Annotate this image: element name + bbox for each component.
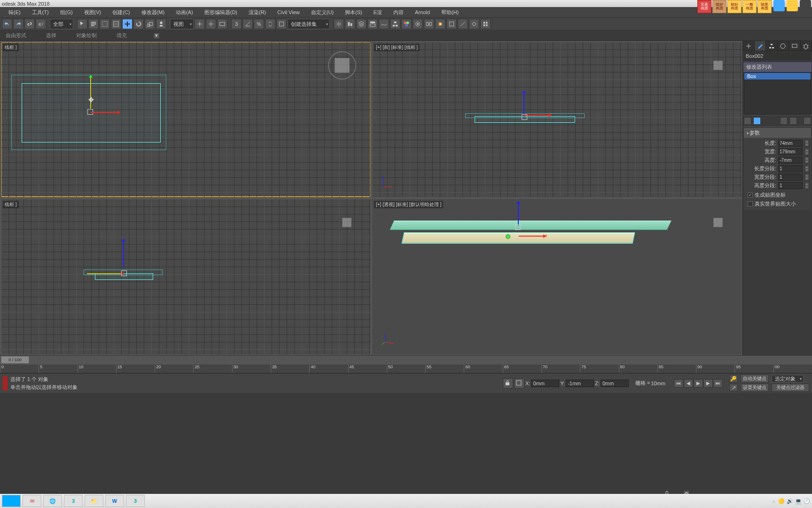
ribbon-collapse-icon[interactable]: ▾ xyxy=(153,32,160,39)
keyfilter-button[interactable]: 关键点过滤器 xyxy=(772,383,809,392)
unlink-button[interactable] xyxy=(36,19,46,29)
move-button[interactable] xyxy=(122,19,133,29)
tray-icon[interactable] xyxy=(787,0,798,11)
taskbar-mail-icon[interactable]: ✉ xyxy=(23,495,41,507)
spinner-icon[interactable]: ▲▼ xyxy=(804,182,809,189)
tray-icon[interactable]: 🟡 xyxy=(778,498,785,504)
quality-badge[interactable]: 较好画质 xyxy=(727,0,742,13)
named-selection-dropdown[interactable]: 创建选择集 xyxy=(288,19,330,29)
quality-badge[interactable]: 一般画质 xyxy=(742,0,757,13)
ribbon-paint[interactable]: 对象绘制 xyxy=(73,31,100,40)
y-field[interactable]: -1mm xyxy=(566,380,594,387)
material-editor-button[interactable] xyxy=(401,19,412,29)
ribbon-select[interactable]: 选择 xyxy=(43,31,59,40)
viewport-top[interactable]: 线框 ] ✥ xyxy=(1,42,370,197)
ribbon-freeform[interactable]: 自由形式 xyxy=(3,31,29,40)
autokey-button[interactable]: 自动关键点 xyxy=(741,374,769,383)
menu-content[interactable]: 内容 xyxy=(388,8,409,17)
lock-selection-icon[interactable] xyxy=(503,378,513,389)
rollout-header[interactable]: 参数 xyxy=(744,128,811,138)
menu-help[interactable]: 帮助(H) xyxy=(436,8,464,17)
viewcube[interactable] xyxy=(709,213,727,232)
tray-icon[interactable]: ▲ xyxy=(771,498,776,504)
keymode-dropdown[interactable]: 选定对象 xyxy=(772,375,804,382)
script-listener-icon[interactable] xyxy=(3,376,8,390)
menu-modifiers[interactable]: 修改器(M) xyxy=(136,8,171,17)
menu-erender[interactable]: E渲 xyxy=(368,8,388,17)
realworld-size-checkbox[interactable]: 真实世界贴图大小 xyxy=(745,199,810,208)
menu-render[interactable]: 渲染(R) xyxy=(243,8,272,17)
ribbon-button[interactable] xyxy=(367,19,378,29)
extra-button-4[interactable] xyxy=(480,19,491,29)
show-end-result-icon[interactable] xyxy=(753,117,761,125)
tray-icon[interactable]: 💻 xyxy=(795,498,802,504)
tray-icon[interactable]: 🕐 xyxy=(804,498,810,504)
extra-button-3[interactable] xyxy=(469,19,479,29)
extra-button-1[interactable] xyxy=(446,19,457,29)
remove-modifier-icon[interactable] xyxy=(789,117,797,125)
undo-button[interactable] xyxy=(2,19,12,29)
select-by-name-button[interactable] xyxy=(88,19,99,29)
utilities-tab[interactable] xyxy=(801,41,812,51)
quality-badge[interactable]: 很好画质 xyxy=(712,0,726,13)
curve-editor-button[interactable] xyxy=(379,19,389,29)
timeline-ruler[interactable]: 0510152025303540455055606570758085909500 xyxy=(0,365,812,373)
menu-civilview[interactable]: Civil View xyxy=(272,8,305,16)
redo-button[interactable] xyxy=(13,19,23,29)
rotate-button[interactable] xyxy=(133,19,144,29)
viewport-label[interactable]: 线框 ] xyxy=(3,201,19,208)
x-field[interactable]: 0mm xyxy=(531,380,559,387)
stack-item[interactable]: Box xyxy=(744,73,811,79)
abs-rel-icon[interactable] xyxy=(514,378,524,389)
display-tab[interactable] xyxy=(789,41,801,51)
height-field[interactable]: -7mm xyxy=(778,157,803,164)
viewport-label[interactable]: 线框 ] xyxy=(3,44,19,51)
align-button[interactable] xyxy=(345,19,355,29)
refcoord-dropdown[interactable]: 视图 xyxy=(170,19,194,29)
spinner-icon[interactable]: ▲▼ xyxy=(804,148,809,155)
make-unique-icon[interactable] xyxy=(780,117,788,125)
extra-button-2[interactable] xyxy=(458,19,468,29)
generate-mapping-checkbox[interactable]: ✓生成贴图坐标 xyxy=(745,190,810,199)
viewport-perspective[interactable]: [+] [透视] [标准] [默认明暗处理 ] x xyxy=(372,199,742,354)
motion-tab[interactable] xyxy=(778,41,789,51)
menu-group[interactable]: 组(G) xyxy=(55,8,78,17)
keymode-icon[interactable]: ↗ xyxy=(729,384,738,391)
goto-end-button[interactable]: ⏭ xyxy=(713,379,723,388)
modify-tab[interactable] xyxy=(755,41,766,51)
quality-badge[interactable]: 较差画质 xyxy=(757,0,772,13)
menu-animation[interactable]: 动画(A) xyxy=(170,8,199,17)
menu-create[interactable]: 创建(C) xyxy=(107,8,135,17)
window-crossing-button[interactable] xyxy=(111,19,121,29)
selection-filter-dropdown[interactable]: 全部 xyxy=(50,19,73,29)
taskbar-3dsmax-icon-2[interactable]: 3 xyxy=(126,495,145,507)
spinner-icon[interactable]: ▲▼ xyxy=(804,140,809,147)
snap-toggle-button[interactable]: 3 xyxy=(231,19,242,29)
placement-button[interactable] xyxy=(156,19,166,29)
modifier-list-dropdown[interactable]: 修改器列表 xyxy=(743,62,812,72)
z-field[interactable]: 0mm xyxy=(601,380,629,387)
setkey-button[interactable]: 设置关键点 xyxy=(741,383,769,392)
spinner-icon[interactable]: ▲▼ xyxy=(804,157,809,164)
hierarchy-tab[interactable] xyxy=(766,41,778,51)
menu-graph-editors[interactable]: 图形编辑器(D) xyxy=(199,8,243,17)
menu-customize[interactable]: 自定义(U) xyxy=(305,8,339,17)
goto-start-button[interactable]: ⏮ xyxy=(674,379,683,388)
render-button[interactable] xyxy=(435,19,445,29)
keyboard-shortcut-button[interactable] xyxy=(217,19,227,29)
configure-sets-icon[interactable] xyxy=(804,117,811,125)
modifier-stack[interactable]: Box xyxy=(744,72,811,115)
prev-frame-button[interactable]: ◀ xyxy=(684,379,693,388)
spinner-icon[interactable]: ▲▼ xyxy=(804,174,809,181)
time-slider-handle[interactable]: 0 / 100 xyxy=(1,356,29,364)
select-region-button[interactable] xyxy=(100,19,110,29)
viewcube[interactable] xyxy=(709,56,727,75)
taskbar-explorer-icon[interactable]: 📁 xyxy=(85,495,103,507)
taskbar-wps-icon[interactable]: W xyxy=(105,495,124,507)
edit-named-sel-button[interactable] xyxy=(276,19,287,29)
pin-stack-icon[interactable] xyxy=(744,117,751,125)
menu-tools[interactable]: 工具(T) xyxy=(26,8,55,17)
taskbar-3dsmax-icon-1[interactable]: 3 xyxy=(64,495,83,507)
next-frame-button[interactable]: ▶ xyxy=(703,379,713,388)
start-button[interactable] xyxy=(2,495,21,507)
